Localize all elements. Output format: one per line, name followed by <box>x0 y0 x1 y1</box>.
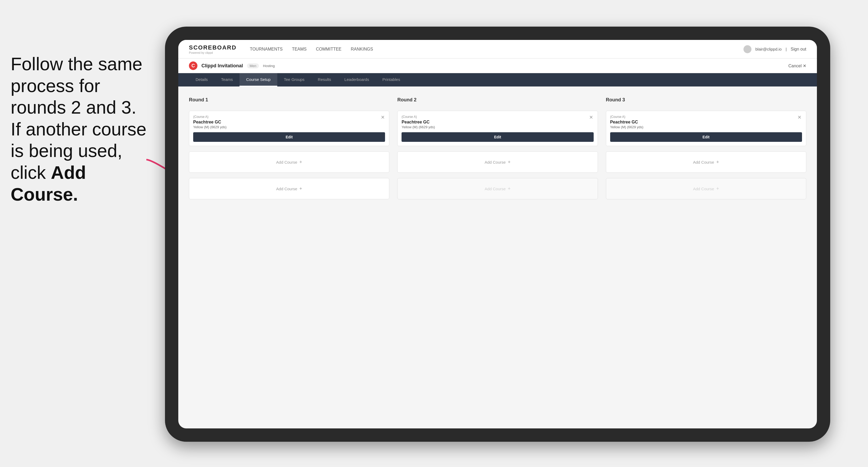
nav-right: blair@clippd.io | Sign out <box>743 45 806 53</box>
round-3-title: Round 3 <box>606 97 806 103</box>
round-2-add-course-2: Add Course + <box>397 178 598 199</box>
round-3-add-course-2-label: Add Course <box>693 187 714 191</box>
sign-out-link[interactable]: Sign out <box>790 47 806 52</box>
tab-tee-groups[interactable]: Tee Groups <box>277 73 311 87</box>
instruction-bold: Add Course. <box>11 162 86 205</box>
round-3-course-label: (Course A) <box>610 115 802 119</box>
round-3-add-course-2: Add Course + <box>606 178 806 199</box>
scoreboard-logo: SCOREBOARD Powered by clippd <box>189 44 237 54</box>
tab-printables[interactable]: Printables <box>376 73 407 87</box>
tab-leaderboards[interactable]: Leaderboards <box>338 73 376 87</box>
round-2-course-details: Yellow (M) (6629 yds) <box>402 125 593 129</box>
tablet-device: SCOREBOARD Powered by clippd TOURNAMENTS… <box>165 27 830 442</box>
round-3-add-course-2-plus: + <box>716 186 719 192</box>
nav-tournaments[interactable]: TOURNAMENTS <box>250 47 283 52</box>
app-container: SCOREBOARD Powered by clippd TOURNAMENTS… <box>178 40 817 428</box>
main-content: Round 1 ✕ (Course A) Peachtree GC Yellow… <box>178 87 817 428</box>
nav-links: TOURNAMENTS TEAMS COMMITTEE RANKINGS <box>250 47 373 52</box>
nav-left: SCOREBOARD Powered by clippd TOURNAMENTS… <box>189 44 373 54</box>
round-2-edit-button[interactable]: Edit <box>402 132 593 142</box>
avatar <box>743 45 751 53</box>
round-1-add-course-1[interactable]: Add Course + <box>189 151 389 173</box>
round-2-column: Round 2 ✕ (Course A) Peachtree GC Yellow… <box>397 97 598 199</box>
user-email: blair@clippd.io <box>755 47 782 51</box>
round-1-delete-icon[interactable]: ✕ <box>379 114 386 121</box>
round-1-add-course-1-plus: + <box>299 159 302 165</box>
round-2-add-course-1-label: Add Course <box>485 160 505 164</box>
tab-results[interactable]: Results <box>311 73 338 87</box>
tournament-bar: C Clippd Invitational Men Hosting Cancel… <box>178 59 817 73</box>
round-3-course-name: Peachtree GC <box>610 120 802 125</box>
round-2-course-a-card: ✕ (Course A) Peachtree GC Yellow (M) (66… <box>397 111 598 146</box>
round-1-add-course-2-label: Add Course <box>276 187 297 191</box>
tournament-logo: C <box>189 61 197 70</box>
logo-sub: Powered by clippd <box>189 51 237 54</box>
round-1-course-label: (Course A) <box>193 115 385 119</box>
round-2-title: Round 2 <box>397 97 598 103</box>
round-2-course-label: (Course A) <box>402 115 593 119</box>
logo-main: SCOREBOARD <box>189 44 237 51</box>
tournament-info: C Clippd Invitational Men Hosting <box>189 61 275 70</box>
cancel-button[interactable]: Cancel ✕ <box>788 63 806 68</box>
tournament-hosting: Hosting <box>263 64 275 68</box>
round-1-add-course-1-label: Add Course <box>276 160 297 164</box>
round-1-course-details: Yellow (M) (6629 yds) <box>193 125 385 129</box>
round-1-title: Round 1 <box>189 97 389 103</box>
round-3-delete-icon[interactable]: ✕ <box>797 114 803 121</box>
round-2-add-course-1-plus: + <box>508 159 510 165</box>
round-3-add-course-1[interactable]: Add Course + <box>606 151 806 173</box>
round-1-edit-button[interactable]: Edit <box>193 132 385 142</box>
instruction-panel: Follow the same process for rounds 2 and… <box>0 42 165 216</box>
round-2-delete-icon[interactable]: ✕ <box>588 114 594 121</box>
top-nav: SCOREBOARD Powered by clippd TOURNAMENTS… <box>178 40 817 59</box>
rounds-container: Round 1 ✕ (Course A) Peachtree GC Yellow… <box>189 97 806 199</box>
nav-committee[interactable]: COMMITTEE <box>316 47 341 52</box>
round-2-add-course-1[interactable]: Add Course + <box>397 151 598 173</box>
round-3-column: Round 3 ✕ (Course A) Peachtree GC Yellow… <box>606 97 806 199</box>
round-1-course-name: Peachtree GC <box>193 120 385 125</box>
round-1-add-course-2[interactable]: Add Course + <box>189 178 389 199</box>
tab-bar: Details Teams Course Setup Tee Groups Re… <box>178 73 817 87</box>
round-3-course-a-card: ✕ (Course A) Peachtree GC Yellow (M) (66… <box>606 111 806 146</box>
round-1-column: Round 1 ✕ (Course A) Peachtree GC Yellow… <box>189 97 389 199</box>
round-2-course-name: Peachtree GC <box>402 120 593 125</box>
round-3-course-details: Yellow (M) (6629 yds) <box>610 125 802 129</box>
round-3-add-course-1-label: Add Course <box>693 160 714 164</box>
nav-rankings[interactable]: RANKINGS <box>351 47 373 52</box>
round-3-add-course-1-plus: + <box>716 159 719 165</box>
tournament-gender: Men <box>247 63 259 68</box>
tab-course-setup[interactable]: Course Setup <box>240 73 277 87</box>
separator: | <box>785 47 786 51</box>
round-2-add-course-2-plus: + <box>508 186 510 192</box>
instruction-text: Follow the same process for rounds 2 and… <box>11 54 146 205</box>
nav-teams[interactable]: TEAMS <box>292 47 307 52</box>
round-1-course-a-card: ✕ (Course A) Peachtree GC Yellow (M) (66… <box>189 111 389 146</box>
tab-details[interactable]: Details <box>189 73 214 87</box>
round-3-edit-button[interactable]: Edit <box>610 132 802 142</box>
tournament-name: Clippd Invitational <box>202 63 243 69</box>
tab-teams[interactable]: Teams <box>214 73 240 87</box>
tablet-screen: SCOREBOARD Powered by clippd TOURNAMENTS… <box>178 40 817 428</box>
round-1-add-course-2-plus: + <box>299 186 302 192</box>
round-2-add-course-2-label: Add Course <box>485 187 505 191</box>
